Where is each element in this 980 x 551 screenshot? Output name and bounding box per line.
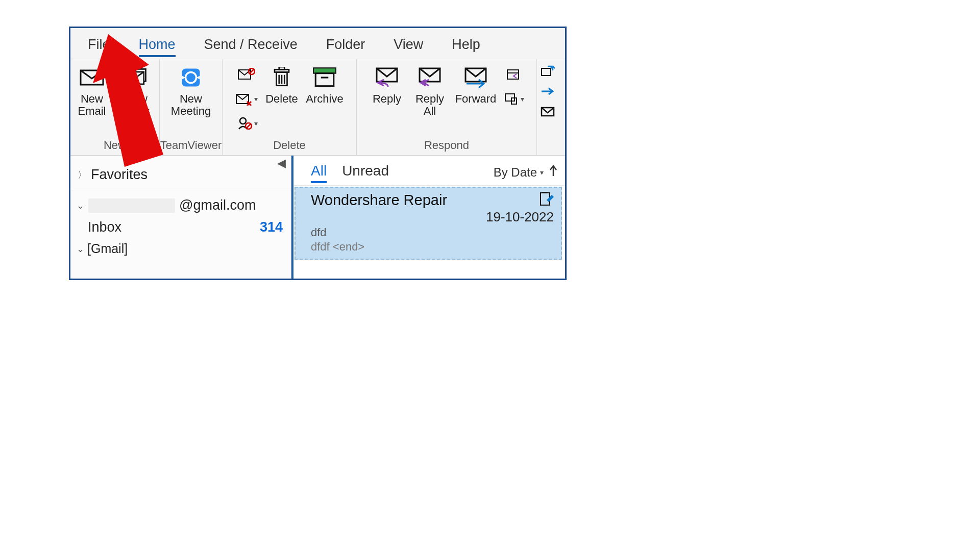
filter-unread[interactable]: Unread <box>342 163 389 182</box>
archive-label: Archive <box>306 93 343 105</box>
filter-all[interactable]: All <box>311 163 327 182</box>
group-label-delete: Delete <box>273 138 306 154</box>
svg-rect-19 <box>315 73 333 86</box>
new-items-label: New Items <box>122 93 150 117</box>
chevron-right-icon: 〉 <box>78 169 87 181</box>
forward-icon <box>461 63 490 92</box>
group-label-teamviewer: TeamViewer <box>160 138 222 154</box>
tab-file[interactable]: File <box>74 35 125 56</box>
reply-button[interactable]: Reply <box>367 62 407 106</box>
account-header[interactable]: ⌄ @gmail.com <box>70 190 291 216</box>
message-filter-header: All Unread By Date ▾ <box>293 156 565 186</box>
envelope-stack-icon <box>122 63 151 92</box>
ribbon-group-respond: Reply Reply All Forward <box>357 59 537 155</box>
outlook-window: File Home Send / Receive Folder View Hel… <box>69 27 567 280</box>
folder-pane: ◀ 〉 Favorites ⌄ @gmail.com Inbox 314 ⌄ [… <box>70 156 291 280</box>
group-label-respond: Respond <box>424 138 469 154</box>
archive-icon <box>310 63 339 92</box>
respond-more-stack: ▾ <box>502 62 526 111</box>
sort-direction-button[interactable] <box>549 165 559 180</box>
favorites-header[interactable]: 〉 Favorites <box>70 156 291 190</box>
team-email-button[interactable] <box>539 103 556 120</box>
new-email-label: New Email <box>78 93 106 117</box>
more-respond-button[interactable]: ▾ <box>503 89 525 109</box>
move-to-button[interactable] <box>539 62 556 80</box>
meeting-reply-button[interactable] <box>503 64 525 85</box>
draft-icon <box>486 192 554 209</box>
svg-rect-28 <box>542 68 551 76</box>
message-list-pane: All Unread By Date ▾ Wondershare Repair <box>291 156 565 280</box>
delete-small-stack: ▾ ▾ <box>234 62 259 136</box>
ribbon-group-new: New Email New Items ▾ New <box>70 59 160 155</box>
sort-by-button[interactable]: By Date ▾ <box>494 165 544 180</box>
chevron-down-icon: ⌄ <box>77 200 84 211</box>
teamviewer-icon <box>177 63 205 92</box>
ribbon-group-teamviewer: New Meeting TeamViewer <box>160 59 223 155</box>
delete-button[interactable]: Delete <box>262 62 302 106</box>
archive-button[interactable]: Archive <box>305 62 345 106</box>
svg-line-11 <box>247 124 251 128</box>
reply-all-label: Reply All <box>415 93 444 117</box>
new-items-button[interactable]: New Items ▾ <box>115 62 158 127</box>
account-name-redacted <box>88 198 175 213</box>
ribbon-group-delete: ▾ ▾ Delete Archi <box>223 59 357 155</box>
chevron-down-icon: ▾ <box>254 119 258 128</box>
chevron-down-icon: ⌄ <box>77 243 84 255</box>
folder-gmail[interactable]: ⌄ [Gmail] <box>70 238 291 259</box>
chevron-down-icon: ▾ <box>254 95 258 103</box>
svg-rect-14 <box>279 67 285 69</box>
tab-send-receive[interactable]: Send / Receive <box>190 35 312 56</box>
reply-label: Reply <box>373 93 401 105</box>
cleanup-button[interactable]: ▾ <box>235 89 258 109</box>
favorites-label: Favorites <box>91 167 148 183</box>
ribbon: New Email New Items ▾ New Ne <box>70 59 565 156</box>
ignore-button[interactable] <box>235 64 258 85</box>
chevron-down-icon: ▾ <box>135 117 139 125</box>
chevron-down-icon: ▾ <box>521 95 524 103</box>
delete-label: Delete <box>265 93 298 105</box>
forward-label: Forward <box>455 93 497 105</box>
reply-all-button[interactable]: Reply All <box>410 62 450 118</box>
chevron-down-icon: ▾ <box>540 168 544 177</box>
reply-all-icon <box>415 63 444 92</box>
folder-inbox[interactable]: Inbox 314 <box>70 216 291 238</box>
to-manager-button[interactable] <box>539 83 556 100</box>
tab-folder[interactable]: Folder <box>312 35 380 56</box>
message-date: 19-10-2022 <box>486 209 554 225</box>
svg-rect-24 <box>507 70 519 79</box>
tab-home[interactable]: Home <box>125 35 190 56</box>
message-subject: dfd <box>311 226 554 239</box>
message-item[interactable]: Wondershare Repair 19-10-2022 dfd dfdf <… <box>295 187 562 260</box>
trash-icon <box>267 63 296 92</box>
message-preview: dfdf <end> <box>311 240 554 254</box>
svg-point-9 <box>240 118 246 124</box>
main-area: ◀ 〉 Favorites ⌄ @gmail.com Inbox 314 ⌄ [… <box>70 156 565 280</box>
ribbon-overflow <box>537 59 558 155</box>
junk-button[interactable]: ▾ <box>235 113 258 134</box>
inbox-count: 314 <box>260 219 283 235</box>
envelope-icon <box>78 63 106 92</box>
menu-tabs: File Home Send / Receive Folder View Hel… <box>70 28 565 59</box>
group-label-new: New <box>104 138 126 154</box>
tab-help[interactable]: Help <box>437 35 495 56</box>
inbox-label: Inbox <box>88 219 121 235</box>
account-suffix: @gmail.com <box>179 197 256 213</box>
collapse-nav-icon[interactable]: ◀ <box>277 157 286 170</box>
new-meeting-label: New Meeting <box>171 93 211 117</box>
reply-icon <box>373 63 401 92</box>
new-email-button[interactable]: New Email <box>72 62 112 118</box>
gmail-label: [Gmail] <box>87 241 128 256</box>
new-meeting-button[interactable]: New Meeting <box>166 62 215 118</box>
sort-label: By Date <box>494 165 537 180</box>
forward-button[interactable]: Forward <box>453 62 499 106</box>
message-sender: Wondershare Repair <box>311 192 447 209</box>
tab-view[interactable]: View <box>379 35 437 56</box>
